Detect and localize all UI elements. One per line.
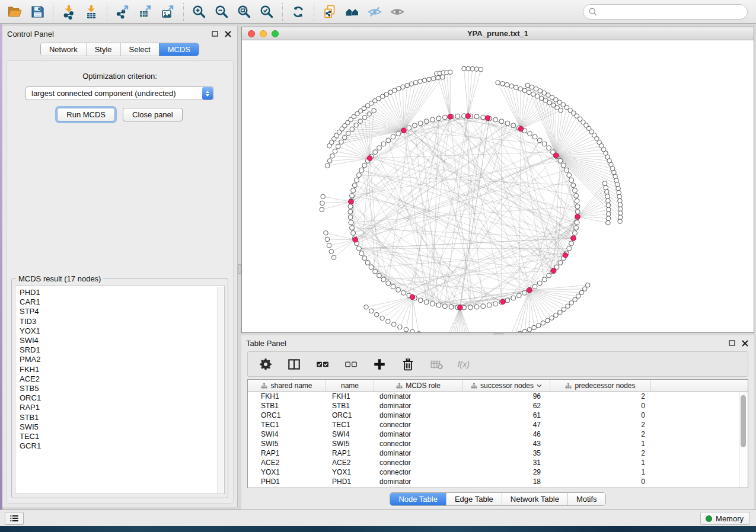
zoom-out-button[interactable] [210,2,233,21]
table-scrollbar-thumb[interactable] [741,395,746,447]
settings-gear-icon [259,357,273,371]
table-row-ACE2[interactable]: ACE2ACE2connector311 [248,458,748,467]
network-node [468,305,473,310]
search-input[interactable] [600,6,747,18]
close-window-button[interactable] [248,30,255,37]
column-header-name[interactable]: name [326,380,374,391]
memory-button[interactable]: Memory [700,512,750,525]
table-row-YOX1[interactable]: YOX1YOX1connector291 [248,467,748,477]
network-node [579,290,584,295]
table-row-PHD1[interactable]: PHD1PHD1dominator180 [248,477,748,486]
export-image-button[interactable] [157,2,179,21]
network-node [336,145,340,149]
export-table-button[interactable] [134,2,157,21]
table-row-SWI4[interactable]: SWI4SWI4dominator462 [248,430,748,439]
close-mcds-panel-button[interactable]: Close panel [123,108,183,121]
column-header-MCDS-role[interactable]: MCDS role [374,380,463,391]
network-node [558,260,563,265]
network-node [431,76,436,81]
tab-style[interactable]: Style [86,43,120,56]
minimize-window-button[interactable] [260,30,267,37]
table-row-FKH1[interactable]: FKH1FKH1dominator962 [248,392,748,401]
network-node [401,85,406,89]
deselect-all-checkboxes-button[interactable] [343,356,359,373]
network-node [442,304,447,309]
mcds-result-list[interactable]: PHD1CAR1STP4TID3YOX1SWI4SRD1PMA2FKH1ACE2… [15,286,225,494]
mcds-tab-content: Optimization criterion: largest connecte… [6,60,234,504]
delete-column-icon [401,357,415,371]
network-node [500,81,505,86]
add-column-button[interactable] [371,356,388,373]
table-row-RAP1[interactable]: RAP1RAP1dominator352 [248,448,748,458]
cell: 0 [550,411,651,420]
column-label: successor nodes [480,382,534,390]
import-table-button[interactable] [80,2,103,21]
select-all-checkboxes-icon [315,357,330,371]
mcds-node-item: PMA2 [20,355,216,364]
float-table-panel-button[interactable] [727,338,736,348]
table-row-STB1[interactable]: STB1STB1dominator620 [248,401,748,411]
mcds-node-item: YOX1 [20,326,216,336]
cell: SWI4 [326,430,374,439]
toolbar-separator [183,3,184,21]
maximize-window-button[interactable] [272,30,279,37]
export-network-button[interactable] [111,2,134,21]
tab-mcds[interactable]: MCDS [159,43,199,56]
zoom-in-button[interactable] [188,2,210,21]
network-node [531,92,536,97]
table-row-SWI5[interactable]: SWI5SWI5connector431 [248,439,748,448]
tab-motifs[interactable]: Motifs [567,493,605,505]
network-node [404,328,409,332]
cell: 2 [550,420,651,430]
run-mcds-button[interactable]: Run MCDS [57,108,115,121]
hide-selected-button[interactable] [363,2,386,21]
cell: 29 [463,467,550,477]
import-network-button[interactable] [58,2,80,21]
network-node [442,115,447,120]
column-header-shared-name[interactable]: shared name [248,380,326,391]
refresh-layout-button[interactable] [287,2,310,21]
show-all-button[interactable] [386,2,409,21]
zoom-fit-button[interactable] [233,2,256,21]
zoom-in-icon [192,4,207,20]
tab-network[interactable]: Network [41,43,86,56]
criterion-dropdown[interactable]: largest connected component (undirected) [25,86,214,100]
column-header-predecessor-nodes[interactable]: predecessor nodes [550,380,651,391]
open-file-button[interactable] [4,2,26,21]
memory-label: Memory [716,514,744,523]
save-session-button[interactable] [26,2,49,21]
network-node [564,168,569,172]
network-node [436,303,441,307]
table-scrollbar-track[interactable] [739,392,748,488]
task-history-button[interactable] [5,512,24,525]
tab-select[interactable]: Select [120,43,159,56]
network-node [518,331,522,332]
cell: dominator [374,411,463,420]
close-panel-button[interactable] [223,29,232,39]
dominator-node [448,114,453,120]
table-row-ORC1[interactable]: ORC1ORC1dominator610 [248,411,748,420]
control-panel-title: Control Panel [7,30,206,39]
zoom-selected-button[interactable] [256,2,278,21]
table-row-TEC1[interactable]: TEC1TEC1connector472 [248,420,748,430]
settings-gear-button[interactable] [257,356,274,373]
column-header-successor-nodes[interactable]: successor nodes [463,380,550,391]
delete-column-button[interactable] [400,356,416,373]
float-panel-button[interactable] [210,29,219,39]
tab-node-table[interactable]: Node Table [390,493,446,505]
result-list-scrollbar[interactable] [217,287,224,493]
select-all-checkboxes-button[interactable] [314,356,331,373]
tab-network-table[interactable]: Network Table [502,493,567,505]
close-table-panel-button[interactable] [740,338,749,348]
save-icon [30,4,45,20]
network-node [358,119,363,124]
column-view-button[interactable] [286,356,302,373]
tab-edge-table[interactable]: Edge Table [446,493,502,505]
duplicate-network-button[interactable] [318,2,341,21]
network-canvas[interactable] [242,40,754,332]
network-node [554,313,559,318]
network-node [349,225,354,230]
dominator-node [527,288,532,293]
network-node [346,131,350,136]
first-neighbors-button[interactable] [341,2,363,21]
